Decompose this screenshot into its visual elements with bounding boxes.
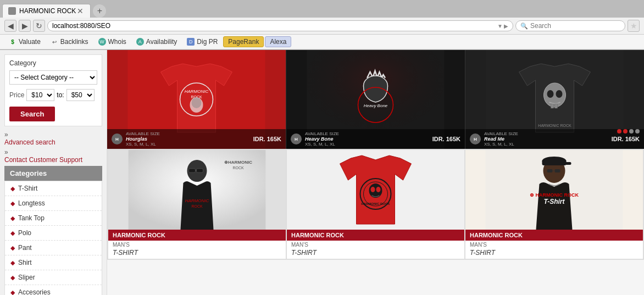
price-from-select[interactable]: $10 $20 $30 [26, 89, 54, 101]
refresh-button[interactable]: ↻ [33, 20, 45, 32]
tab-bar: HARMONIC ROCK ✕ + [0, 0, 644, 18]
cat-tag-icon-shirt: ◆ [10, 259, 15, 266]
address-input[interactable] [52, 22, 497, 30]
bookmark-whois[interactable]: W Whois [94, 37, 131, 47]
whois-icon: W [98, 38, 106, 46]
product-svg-3: ⊕ HARMONIC ROCK T-Shirt [465, 150, 643, 230]
svg-point-14 [556, 90, 563, 98]
banner-slider[interactable]: HARMONIC ROCK H AVAILABLE SIZE Hourglas … [107, 50, 644, 149]
forward-button[interactable]: ▶ [19, 20, 31, 32]
cat-tag-icon-pant: ◆ [10, 244, 15, 252]
cat-tag-icon-tshirt: ◆ [10, 185, 15, 192]
product-card-1[interactable]: ⊕HARMONIC ROCK HARMONIC ROCK [108, 150, 286, 259]
category-list: ◆ T-Shirt ◆ Longtess ◆ Tank Top ◆ Polo ◆ [4, 181, 102, 295]
dot-2 [623, 129, 628, 133]
svg-point-33 [376, 187, 381, 192]
bookmark-digpr[interactable]: D Dig PR [182, 37, 222, 47]
svg-text:HARMONIC: HARMONIC [185, 89, 209, 94]
banner-price-3: IDR. 165K [612, 136, 640, 142]
svg-text:ROCK: ROCK [191, 204, 203, 208]
bookmark-backlinks[interactable]: ↩ Backlinks [46, 37, 93, 47]
svg-point-32 [371, 187, 375, 192]
main-content: HARMONIC ROCK H AVAILABLE SIZE Hourglas … [107, 50, 644, 295]
svg-rect-23 [189, 169, 196, 172]
cat-tag-icon-polo: ◆ [10, 230, 15, 237]
category-item-tanktop[interactable]: ◆ Tank Top [5, 211, 102, 226]
price-to-select[interactable]: $50 $60 $70 [66, 89, 95, 101]
address-arrow-down: ▼ [497, 23, 503, 29]
svg-rect-39 [564, 162, 571, 165]
product-card-3[interactable]: ⊕ HARMONIC ROCK T-Shirt HARMONIC ROCK MA… [465, 150, 643, 259]
category-item-shirt[interactable]: ◆ Shirt [5, 255, 102, 270]
links-section: » Advanced search » Contact Customer Sup… [4, 131, 102, 164]
bookmark-availability-label: Availability [146, 38, 177, 46]
page-body: Category -- Select Category -- T-Shirt L… [0, 50, 644, 295]
svg-rect-24 [197, 169, 203, 172]
banner-name-2: Heavy Bone [305, 136, 432, 142]
banner-sizes-1: XS, S, M, L, XL [126, 142, 253, 147]
product-label-area-1: HARMONIC ROCK MAN'S T-SHIRT [108, 230, 286, 259]
search-button[interactable]: Search [9, 107, 55, 121]
bookmark-star-button[interactable]: ★ [628, 20, 640, 32]
product-brand-1: HARMONIC ROCK [108, 230, 286, 241]
active-tab[interactable]: HARMONIC ROCK ✕ [2, 4, 91, 18]
browser-chrome: HARMONIC ROCK ✕ + ◀ ▶ ↻ ▼ ▶ 🔍 ★ $ Valuat… [0, 0, 644, 50]
product-image-1: ⊕HARMONIC ROCK HARMONIC ROCK [108, 150, 286, 230]
product-grid: ⊕HARMONIC ROCK HARMONIC ROCK [107, 149, 644, 260]
category-item-shirt-label: Shirt [18, 259, 32, 266]
advanced-search-link[interactable]: Advanced search [4, 138, 102, 146]
product-label-area-3: HARMONIC ROCK MAN'S T-SHIRT [465, 230, 643, 259]
cat-tag-icon-tanktop: ◆ [10, 215, 15, 222]
categories-header: Categories [4, 166, 102, 181]
svg-text:Heavy Bone: Heavy Bone [364, 103, 388, 108]
product-name-1: T-SHIRT [108, 249, 286, 259]
category-item-sliper[interactable]: ◆ Sliper [5, 270, 102, 285]
banner-price-2: IDR. 165K [432, 136, 460, 142]
category-item-polo-label: Polo [18, 229, 31, 237]
bookmark-valuate[interactable]: $ Valuate [4, 37, 45, 47]
svg-point-13 [547, 90, 554, 98]
tab-close-button[interactable]: ✕ [76, 7, 85, 15]
bookmark-pagerank[interactable]: PageRank [223, 36, 264, 47]
svg-text:⊕ HARMONIC ROCK: ⊕ HARMONIC ROCK [530, 192, 579, 198]
category-item-accesories[interactable]: ◆ Accesories [5, 285, 102, 295]
product-name-2: T-SHIRT [287, 249, 464, 259]
category-item-polo[interactable]: ◆ Polo [5, 226, 102, 241]
product-category-1: MAN'S [108, 241, 286, 249]
new-tab-button[interactable]: + [93, 4, 106, 18]
category-item-longtess[interactable]: ◆ Longtess [5, 196, 102, 211]
category-item-accesories-label: Accesories [18, 288, 51, 295]
chrome-search-bar[interactable]: 🔍 [515, 20, 625, 31]
banner-sizes-2: XS, S, M, L, XL [305, 142, 432, 147]
banner-available-3: AVAILABLE SIZE [484, 131, 612, 136]
address-bar[interactable]: ▼ ▶ [47, 20, 513, 31]
category-item-pant[interactable]: ◆ Pant [5, 241, 102, 255]
product-svg-2: HARMONIC ROCK [287, 150, 464, 230]
price-label: Price [9, 91, 24, 99]
svg-text:ROCK: ROCK [232, 166, 244, 170]
bookmark-alexa[interactable]: Alexa [265, 36, 291, 47]
product-name-3: T-SHIRT [465, 249, 643, 259]
category-item-tshirt[interactable]: ◆ T-Shirt [5, 181, 102, 196]
product-svg-1: ⊕HARMONIC ROCK HARMONIC ROCK [108, 150, 286, 230]
bookmark-alexa-label: Alexa [270, 38, 286, 46]
tab-title: HARMONIC ROCK [19, 7, 76, 15]
dot-4 [635, 129, 640, 133]
banner-available-2: AVAILABLE SIZE [305, 131, 432, 136]
contact-prefix: » [4, 148, 8, 156]
banner-logo-2: H [291, 133, 302, 144]
banner-panel-2: Heavy Bone H AVAILABLE SIZE Heavy Bone X… [286, 50, 465, 149]
banner-logo-1: H [112, 133, 123, 144]
availability-icon: A [136, 38, 144, 46]
bookmark-pagerank-label: PageRank [228, 38, 259, 46]
advanced-search-prefix: » [4, 131, 8, 138]
banner-available-1: AVAILABLE SIZE [126, 131, 253, 136]
back-button[interactable]: ◀ [4, 20, 16, 32]
category-select[interactable]: -- Select Category -- T-Shirt Longtess T… [9, 70, 97, 85]
chrome-search-input[interactable] [530, 22, 620, 30]
bookmark-availability[interactable]: A Availability [132, 37, 181, 47]
svg-rect-16 [555, 104, 558, 108]
product-card-2[interactable]: HARMONIC ROCK HARMONIC ROCK MAN'S T-SHIR… [287, 150, 464, 259]
contact-link[interactable]: Contact Customer Support [4, 156, 102, 164]
product-image-2: HARMONIC ROCK [287, 150, 464, 230]
